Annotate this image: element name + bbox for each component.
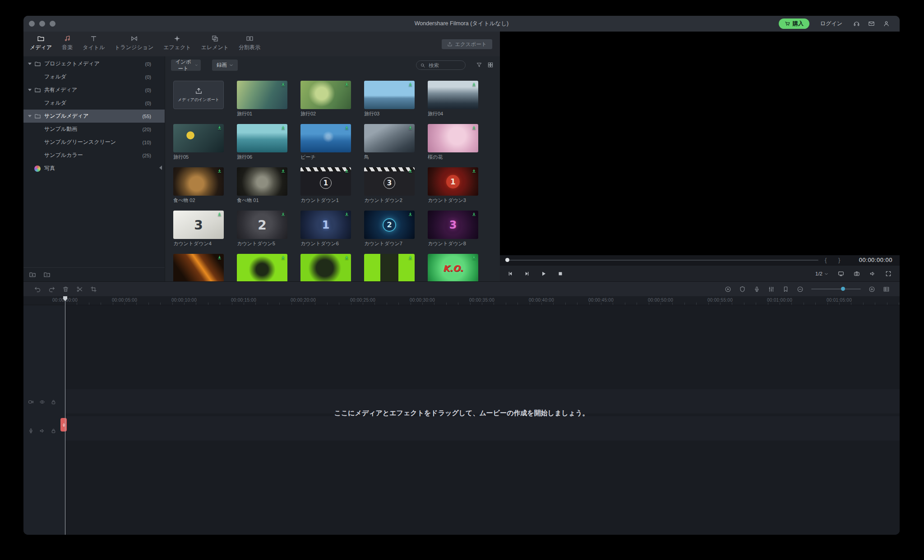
zoom-in-button[interactable]: [869, 286, 875, 293]
login-button[interactable]: ログイン: [818, 19, 845, 28]
media-thumbnail[interactable]: [173, 254, 224, 281]
media-thumbnail[interactable]: 1: [428, 167, 478, 196]
media-item[interactable]: [300, 254, 351, 281]
media-thumbnail[interactable]: [237, 124, 287, 152]
zoom-slider-handle[interactable]: [841, 287, 845, 291]
media-thumbnail[interactable]: [237, 254, 287, 281]
undo-button[interactable]: [34, 286, 41, 293]
download-icon[interactable]: [408, 255, 413, 260]
redo-button[interactable]: [48, 286, 55, 293]
stop-button[interactable]: [557, 271, 564, 277]
fullscreen-icon[interactable]: [885, 271, 892, 277]
audio-mixer-button[interactable]: [768, 286, 775, 293]
media-item[interactable]: [364, 254, 415, 281]
media-thumbnail[interactable]: 1: [300, 167, 351, 196]
download-icon[interactable]: [408, 125, 413, 130]
search-box[interactable]: [416, 60, 466, 70]
media-item[interactable]: 1 カウントダウン6: [300, 211, 351, 248]
seek-knob[interactable]: [505, 258, 509, 262]
split-button[interactable]: [76, 286, 83, 293]
ribbon-tab[interactable]: 音楽: [62, 35, 73, 51]
media-item[interactable]: K.O.: [428, 254, 478, 281]
delete-folder-button[interactable]: [43, 271, 51, 278]
media-item[interactable]: 1 カウントダウン1: [300, 167, 351, 204]
delete-button[interactable]: [62, 286, 69, 293]
sidebar-item[interactable]: フォルダ (0): [23, 96, 165, 110]
media-thumbnail[interactable]: K.O.: [428, 254, 478, 281]
mark-button[interactable]: [739, 286, 746, 293]
download-icon[interactable]: [281, 82, 286, 87]
download-icon[interactable]: [344, 255, 349, 260]
download-icon[interactable]: [344, 125, 349, 130]
record-voiceover-button[interactable]: [60, 418, 67, 431]
audio-track-lane[interactable]: [23, 416, 900, 441]
mute-track-icon[interactable]: [39, 428, 45, 434]
media-item[interactable]: 3 カウントダウン2: [364, 167, 415, 204]
maximize-button[interactable]: [50, 21, 55, 27]
ribbon-tab[interactable]: メディア: [30, 35, 52, 51]
sidebar-item[interactable]: サンプルメディア (55): [23, 110, 165, 123]
lock-track-icon[interactable]: [51, 399, 56, 405]
timeline-tracks[interactable]: ここにメディアとエフェクトをドラッグして、ムービーの作成を開始しましょう。: [23, 305, 900, 535]
support-icon[interactable]: [853, 20, 860, 27]
playhead[interactable]: [65, 296, 65, 535]
download-icon[interactable]: [217, 169, 222, 174]
download-icon[interactable]: [344, 212, 349, 217]
download-icon[interactable]: [217, 212, 222, 217]
timeline-ruler[interactable]: 00:00:00:0000:00:05:0000:00:10:0000:00:1…: [23, 296, 900, 305]
ribbon-tab[interactable]: エフェクト: [163, 35, 191, 51]
new-folder-button[interactable]: [29, 271, 36, 278]
media-thumbnail[interactable]: [428, 124, 478, 152]
sidebar-item[interactable]: サンプルグリーンスクリーン (10): [23, 136, 165, 149]
media-thumbnail[interactable]: [300, 81, 351, 109]
media-thumbnail[interactable]: 2: [237, 211, 287, 239]
download-icon[interactable]: [471, 125, 476, 130]
media-thumbnail[interactable]: [428, 81, 478, 109]
sidebar-item[interactable]: サンプル動画 (20): [23, 123, 165, 136]
ribbon-tab[interactable]: 分割表示: [239, 35, 260, 51]
add-marker-button[interactable]: [782, 286, 789, 293]
buy-button[interactable]: 購入: [779, 18, 809, 29]
media-item[interactable]: ビーチ: [300, 124, 351, 161]
media-item[interactable]: [237, 254, 287, 281]
media-item[interactable]: 旅行02: [300, 81, 351, 118]
media-item[interactable]: 鳥: [364, 124, 415, 161]
toggle-track-visibility-icon[interactable]: [39, 399, 45, 405]
media-item[interactable]: 3 カウントダウン4: [173, 211, 224, 248]
download-icon[interactable]: [471, 255, 476, 260]
mark-out-icon[interactable]: }: [838, 255, 840, 265]
media-item[interactable]: 2 カウントダウン7: [364, 211, 415, 248]
sidebar-item[interactable]: プロジェクトメディア (0): [23, 57, 165, 70]
track-manager-button[interactable]: [883, 286, 890, 293]
media-item[interactable]: 旅行01: [237, 81, 287, 118]
view-options-icon[interactable]: [487, 62, 494, 68]
media-item[interactable]: 旅行04: [428, 81, 478, 118]
timeline-zoom-slider[interactable]: [811, 289, 861, 289]
close-button[interactable]: [29, 21, 35, 27]
download-icon[interactable]: [281, 255, 286, 260]
collapse-sidebar-handle[interactable]: [159, 165, 162, 170]
download-icon[interactable]: [471, 82, 476, 87]
previous-frame-button[interactable]: [507, 271, 513, 277]
sidebar-item[interactable]: 写真: [23, 162, 165, 175]
mail-icon[interactable]: [868, 20, 875, 27]
media-item[interactable]: 旅行06: [237, 124, 287, 161]
sidebar-item[interactable]: サンプルカラー (25): [23, 149, 165, 162]
media-item[interactable]: 2 カウントダウン5: [237, 211, 287, 248]
download-icon[interactable]: [217, 125, 222, 130]
media-item[interactable]: 旅行05: [173, 124, 224, 161]
media-thumbnail[interactable]: 3: [173, 211, 224, 239]
media-thumbnail[interactable]: [237, 81, 287, 109]
import-menu-button[interactable]: インポート: [171, 60, 201, 71]
sidebar-item[interactable]: フォルダ (0): [23, 70, 165, 83]
download-icon[interactable]: [471, 169, 476, 174]
sidebar-item[interactable]: 共有メディア (0): [23, 83, 165, 96]
volume-icon[interactable]: [869, 271, 876, 277]
mark-in-icon[interactable]: {: [825, 255, 827, 265]
download-icon[interactable]: [408, 212, 413, 217]
media-thumbnail[interactable]: [237, 167, 287, 196]
ribbon-tab[interactable]: エレメント: [201, 35, 229, 51]
media-thumbnail[interactable]: 3: [364, 167, 415, 196]
next-frame-button[interactable]: [524, 271, 530, 277]
media-item[interactable]: 桜の花: [428, 124, 478, 161]
